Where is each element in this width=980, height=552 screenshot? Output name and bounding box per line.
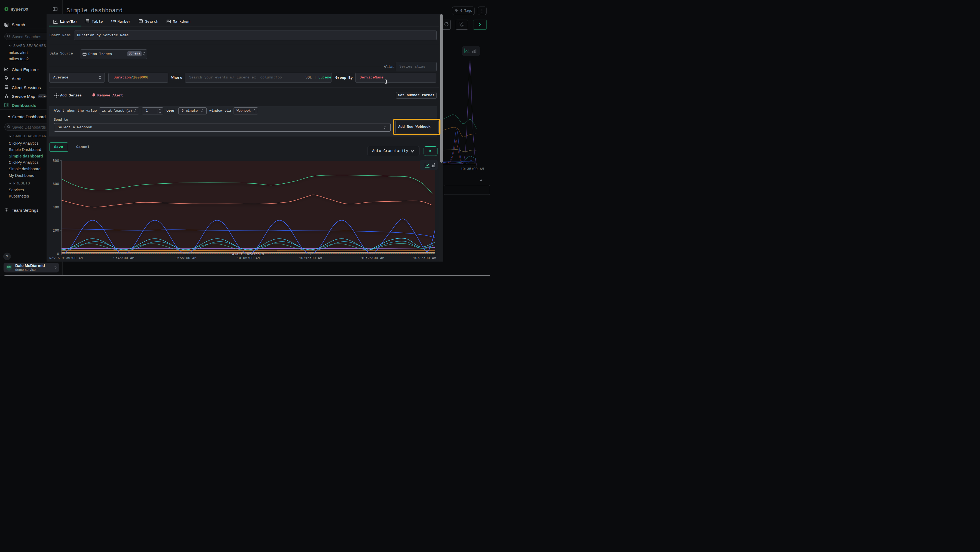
svg-text:600: 600 bbox=[53, 182, 59, 186]
svg-text:10:15:00 AM: 10:15:00 AM bbox=[299, 256, 322, 260]
svg-text:Alert Threshold: Alert Threshold bbox=[232, 252, 264, 256]
svg-text:9:55:00 AM: 9:55:00 AM bbox=[176, 256, 197, 260]
svg-text:200: 200 bbox=[53, 228, 59, 233]
svg-text:10:05:00 AM: 10:05:00 AM bbox=[237, 256, 260, 260]
svg-text:Nov 6 9:35:00 AM: Nov 6 9:35:00 AM bbox=[49, 256, 83, 260]
svg-text:800: 800 bbox=[53, 160, 59, 163]
svg-text:400: 400 bbox=[53, 206, 59, 209]
svg-text:10:25:00 AM: 10:25:00 AM bbox=[361, 256, 384, 260]
svg-text:9:45:00 AM: 9:45:00 AM bbox=[113, 256, 134, 260]
svg-text:0: 0 bbox=[57, 252, 59, 256]
svg-text:10:35:00 AM: 10:35:00 AM bbox=[413, 256, 436, 260]
